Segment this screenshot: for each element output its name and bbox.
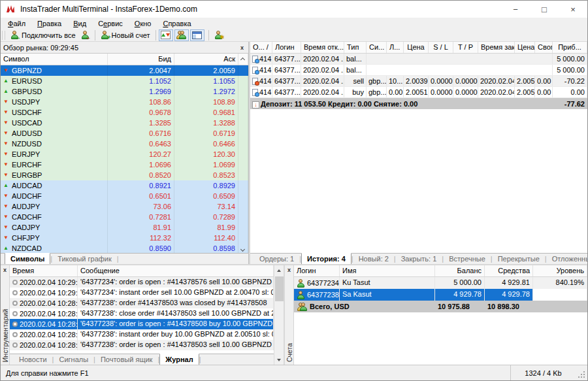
- minimize-button[interactable]: −: [501, 1, 530, 18]
- history-col-order[interactable]: О... /: [250, 42, 272, 53]
- menu-item-file[interactable]: Файл: [2, 18, 31, 29]
- maximize-button[interactable]: □: [530, 1, 559, 18]
- history-col-open-time[interactable]: Время отк...: [301, 42, 344, 53]
- symbol-cell: ▼EURGBP: [1, 170, 108, 180]
- market-row-usdjpy[interactable]: ▼USDJPY108.86108.89: [1, 97, 248, 107]
- journal-row[interactable]: 2020.02.04 10:28:...'64377238': instant …: [10, 329, 274, 340]
- history-col-tp[interactable]: T / P: [453, 42, 478, 53]
- market-row-gbpnzd[interactable]: ▼GBPNZD2.00472.0059: [1, 65, 248, 76]
- market-row-cadchf[interactable]: ▼CADCHF0.72810.7289: [1, 212, 248, 222]
- connect-all-button[interactable]: → Подключить все: [8, 29, 78, 41]
- journal-row[interactable]: 2020.02.04 10:28:...'64377238': order #4…: [10, 298, 274, 308]
- journal-tab-3[interactable]: Журнал: [159, 354, 199, 365]
- menu-item-help[interactable]: Справка: [157, 18, 197, 29]
- toolbox-vertical-label[interactable]: Инструментарий: [1, 309, 9, 362]
- orders-tab-2[interactable]: Новый: 2: [353, 254, 394, 263]
- history-col-close-time[interactable]: Время зак...: [478, 42, 515, 53]
- market-col-symbol[interactable]: Символ: [1, 54, 108, 65]
- market-row-eurjpy[interactable]: ▼EURJPY120.27120.30: [1, 149, 248, 159]
- journal-message-cell: '64377238': instant order buy 10.00 GBPN…: [78, 329, 274, 340]
- history-col-price[interactable]: Цена: [404, 42, 429, 53]
- market-row-eurchf[interactable]: ▼EURCHF1.06961.0699: [1, 159, 248, 170]
- history-row[interactable]: 414...64377...2020.02.04 ...bal...5 000.…: [250, 54, 587, 65]
- menu-item-view[interactable]: Вид: [67, 18, 92, 29]
- market-row-audchf[interactable]: ▼AUDCHF0.65010.6509: [1, 191, 248, 201]
- market-watch-close-icon[interactable]: x: [238, 44, 246, 51]
- menu-item-window[interactable]: Окно: [129, 18, 157, 29]
- orders-tab-0[interactable]: Ордеры: 1: [254, 254, 299, 263]
- market-row-eurusd[interactable]: ▲EURUSD1.10521.1055: [1, 76, 248, 86]
- orders-tab-3[interactable]: Закрыть: 1: [396, 254, 442, 263]
- market-row-nzdcad[interactable]: ▲NZDCAD0.85900.8598: [1, 243, 248, 253]
- orders-tab-5[interactable]: Перекрытые: [493, 254, 545, 263]
- layout-toggle-button[interactable]: [190, 29, 204, 41]
- orders-tab-4[interactable]: Встречные: [444, 254, 491, 263]
- market-col-ask[interactable]: Аск: [174, 54, 238, 65]
- menu-item-edit[interactable]: Правка: [31, 18, 67, 29]
- journal-tab-0[interactable]: Новости: [14, 354, 52, 364]
- history-row[interactable]: 414...64377...2020.02.04 ...sellgbp...10…: [250, 76, 587, 87]
- market-row-nzdusd[interactable]: ▼NZDUSD0.64630.6466: [1, 139, 248, 149]
- journal-row[interactable]: 2020.02.04 10:28:...'64377238': close or…: [10, 308, 274, 319]
- account-row-64377238[interactable]: 64377238Sa Kasut4 929.784 929.78: [294, 289, 587, 301]
- market-tab-1[interactable]: Тиковый график: [52, 254, 117, 263]
- journal-row[interactable]: 2020.02.04 10:28:...'64377238': order is…: [10, 340, 274, 350]
- resize-grip[interactable]: [576, 365, 587, 380]
- history-row[interactable]: 414...64377...2020.02.04 ...buygbp...0.0…: [250, 87, 587, 98]
- journal-row[interactable]: 2020.02.04 10:29:...'64377234': instant …: [10, 288, 274, 298]
- market-row-cadjpy[interactable]: ▼CADJPY81.9181.99: [1, 222, 248, 233]
- history-col-swap[interactable]: Своп: [535, 42, 553, 53]
- market-row-gbpusd[interactable]: ▲GBPUSD1.29691.2972: [1, 86, 248, 97]
- account-settings-button[interactable]: ✱: [212, 29, 225, 41]
- market-row-audcad[interactable]: ▲AUDCAD0.89210.8929: [1, 180, 248, 191]
- journal-col-message[interactable]: Сообщение: [78, 265, 274, 276]
- toolbox-close-icon[interactable]: x: [3, 267, 7, 273]
- journal-row[interactable]: 2020.02.04 10:28:...'64377238': order is…: [10, 319, 274, 329]
- history-col-close-price[interactable]: Цена: [515, 42, 535, 53]
- chevron-down-icon[interactable]: [240, 247, 245, 252]
- accounts-col-login[interactable]: Логин: [294, 265, 340, 276]
- account-row-64377234[interactable]: 64377234Ku Tasut5 000.004 929.81840.19%: [294, 277, 587, 289]
- accounts-close-icon[interactable]: x: [287, 267, 291, 273]
- scrollbar-thumb[interactable]: [275, 276, 284, 301]
- orders-tab-6[interactable]: Отложенный: 1: [547, 254, 587, 263]
- accounts-col-level[interactable]: Уровень: [533, 265, 587, 276]
- accounts-col-name[interactable]: Имя: [340, 265, 435, 276]
- history-col-symbol[interactable]: Си...: [367, 42, 387, 53]
- market-watch-toggle-button[interactable]: [159, 29, 173, 41]
- disconnect-all-button[interactable]: ←: [78, 29, 92, 41]
- journal-row[interactable]: 2020.02.04 10:29:...'64377234': order is…: [10, 277, 274, 288]
- history-col-login[interactable]: Логин: [272, 42, 301, 53]
- history-col-lots[interactable]: Л...: [387, 42, 404, 53]
- market-scroll-up-icon[interactable]: [238, 54, 248, 65]
- market-row-audusd[interactable]: ▼AUDUSD0.67160.6719: [1, 128, 248, 139]
- market-row-usdcad[interactable]: ▼USDCAD1.32851.3288: [1, 118, 248, 128]
- toolbar-grip[interactable]: [2, 31, 5, 40]
- history-row[interactable]: 414...64377...2020.02.04 ...bal...5 000.…: [250, 65, 587, 76]
- new-account-button[interactable]: + Новый счет: [98, 29, 153, 41]
- history-col-sl[interactable]: S / L: [429, 42, 453, 53]
- ask-cell: 0.6719: [174, 128, 238, 139]
- market-tab-0[interactable]: Символы: [5, 253, 50, 265]
- scroll-up-button[interactable]: [274, 265, 284, 275]
- market-row-audjpy[interactable]: ▼AUDJPY73.0673.14: [1, 201, 248, 212]
- history-col-type[interactable]: Тип: [344, 42, 367, 53]
- scroll-down-button[interactable]: [274, 355, 284, 365]
- bid-cell: 1.1052: [108, 76, 174, 86]
- market-row-usdchf[interactable]: ▼USDCHF0.96780.9681: [1, 107, 248, 118]
- orders-tab-1[interactable]: История: 4: [301, 253, 351, 264]
- market-col-bid[interactable]: Бид: [108, 54, 174, 65]
- journal-col-time[interactable]: Время: [10, 265, 78, 276]
- menu-item-tools[interactable]: Сервис: [92, 18, 129, 29]
- accounts-vertical-label[interactable]: Счета: [286, 343, 293, 362]
- history-col-profit[interactable]: Приб...: [553, 42, 587, 53]
- journal-scrollbar[interactable]: [274, 265, 284, 365]
- market-row-chfjpy[interactable]: ▼CHFJPY112.32112.40: [1, 233, 248, 243]
- journal-tab-1[interactable]: Сигналы: [54, 354, 93, 364]
- accounts-col-equity[interactable]: Средства: [485, 265, 533, 276]
- accounts-col-balance[interactable]: Баланс: [435, 265, 485, 276]
- journal-tab-2[interactable]: Почтовый ящик: [95, 354, 157, 364]
- accounts-toggle-button[interactable]: [174, 29, 189, 41]
- close-button[interactable]: ×: [559, 1, 587, 18]
- market-row-eurgbp[interactable]: ▼EURGBP0.85200.8523: [1, 170, 248, 180]
